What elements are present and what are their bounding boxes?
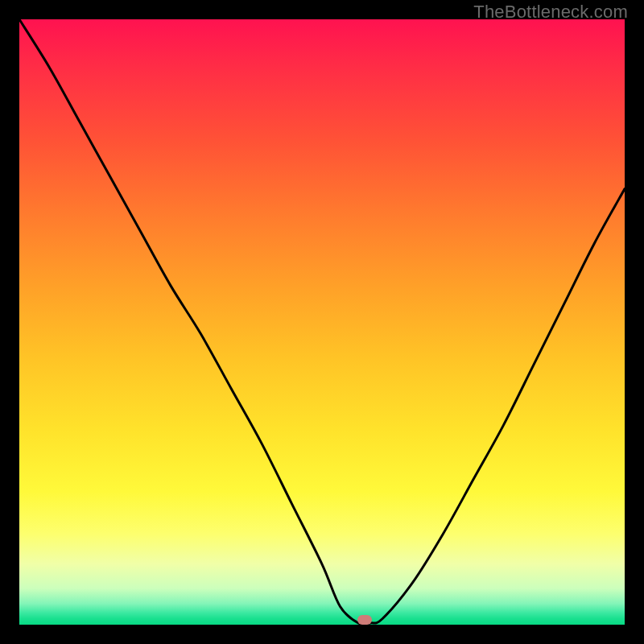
watermark-text: TheBottleneck.com <box>473 2 628 23</box>
optimal-marker <box>357 615 372 625</box>
plot-area <box>19 19 625 625</box>
bottleneck-curve <box>19 19 625 625</box>
chart-frame: TheBottleneck.com <box>0 0 644 644</box>
